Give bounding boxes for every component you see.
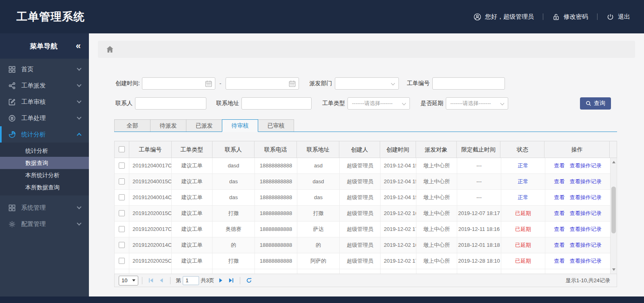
row-checkbox[interactable] <box>119 178 125 184</box>
sidebar-item-process[interactable]: 工单处理 <box>0 110 89 126</box>
change-password-button[interactable]: 修改密码 <box>552 13 588 21</box>
tab-to-dispatch[interactable]: 待派发 <box>150 119 186 132</box>
sidebar-item-home[interactable]: 首页 <box>0 61 89 77</box>
tab-to-review[interactable]: 待审核 <box>222 119 258 132</box>
row-checkbox[interactable] <box>119 226 125 232</box>
cell-address: 打撒 <box>297 206 340 221</box>
first-page-icon[interactable] <box>148 277 154 283</box>
row-checkbox[interactable] <box>119 162 125 169</box>
select-all-checkbox[interactable] <box>119 146 125 152</box>
sidebar-header: 菜单导航 « <box>0 33 89 59</box>
view-log-link[interactable]: 查看操作记录 <box>570 258 602 264</box>
sidebar-item-system[interactable]: 系统管理 <box>0 200 89 216</box>
view-log-link[interactable]: 查看操作记录 <box>570 194 602 200</box>
sidebar-item-review[interactable]: 工单审核 <box>0 94 89 110</box>
chevron-down-icon <box>77 99 81 103</box>
sidebar-item-statistics[interactable]: 统计分析 <box>0 126 89 143</box>
last-page-icon[interactable] <box>228 277 234 283</box>
view-log-link[interactable]: 查看操作记录 <box>570 226 602 232</box>
user-greeting[interactable]: 您好，超级管理员 <box>474 13 534 21</box>
order-type-select[interactable]: -------请选择------- <box>347 97 410 110</box>
cell-target: 墩上中心所 <box>416 222 457 237</box>
address-label: 联系地址 <box>216 100 239 107</box>
address-input[interactable] <box>241 97 312 110</box>
cell-target: 墩上中心所 <box>416 206 457 221</box>
view-link[interactable]: 查看 <box>554 258 564 264</box>
table-row: 201912020025C 建议工单 打撒 18888888888 阿萨的 超级… <box>115 253 611 269</box>
date-end-input[interactable] <box>226 77 299 90</box>
submenu-item-local-statistics[interactable]: 本所统计分析 <box>0 169 89 181</box>
status-badge: 正常 <box>518 194 529 200</box>
cell-creator: 超级管理员 <box>340 237 381 253</box>
cell-order-type: 建议工单 <box>172 222 212 237</box>
page-size-select[interactable]: 10 <box>119 276 138 285</box>
view-link[interactable]: 查看 <box>554 226 564 232</box>
tab-dispatched[interactable]: 已派发 <box>186 119 222 132</box>
view-link[interactable]: 查看 <box>554 194 564 200</box>
view-link[interactable]: 查看 <box>554 242 564 248</box>
view-log-link[interactable]: 查看操作记录 <box>570 242 602 248</box>
sidebar-item-dispatch[interactable]: 工单派发 <box>0 77 89 94</box>
dispatch-dept-label: 派发部门 <box>310 80 332 87</box>
header-divider <box>543 13 543 20</box>
prev-page-icon[interactable] <box>158 277 164 283</box>
submenu-item-statistics[interactable]: 统计分析 <box>0 145 89 157</box>
view-link[interactable]: 查看 <box>554 162 564 169</box>
logout-button[interactable]: 退出 <box>606 13 630 21</box>
cell-creator: 超级管理员 <box>340 253 381 269</box>
scroll-down-icon[interactable] <box>611 266 617 273</box>
view-log-link[interactable]: 查看操作记录 <box>570 162 602 169</box>
row-checkbox[interactable] <box>119 210 125 216</box>
table-row: 201912040017C 建议工单 dasd 18888888888 asd … <box>115 158 611 174</box>
view-log-link[interactable]: 查看操作记录 <box>570 210 602 216</box>
pager-divider <box>142 277 142 284</box>
home-icon[interactable] <box>106 46 114 53</box>
view-link[interactable]: 查看 <box>554 178 564 184</box>
view-link[interactable]: 查看 <box>554 210 564 216</box>
status-badge: 已延期 <box>515 210 531 216</box>
submenu-item-local-data-query[interactable]: 本所数据查询 <box>0 181 89 193</box>
sidebar-item-config[interactable]: 配置管理 <box>0 216 89 232</box>
cell-address: 萨达 <box>297 222 340 237</box>
record-summary: 显示1-10,共24记录 <box>566 277 610 284</box>
scrollbar-thumb[interactable] <box>611 187 616 233</box>
modules-icon <box>8 204 16 212</box>
pie-chart-icon <box>8 131 16 138</box>
contact-label: 联系人 <box>115 100 133 107</box>
view-log-link[interactable]: 查看操作记录 <box>570 178 602 184</box>
tab-all[interactable]: 全部 <box>114 119 150 132</box>
col-creator: 创建人 <box>339 141 380 158</box>
order-type-label: 工单类型 <box>322 100 345 107</box>
grid-icon <box>8 66 16 73</box>
page-number-input[interactable] <box>183 276 199 285</box>
status-tabs: 全部 待派发 已派发 待审核 已审核 <box>114 119 617 132</box>
row-checkbox[interactable] <box>119 258 125 264</box>
cell-created: 2019-12-04 15 <box>381 158 416 173</box>
power-icon <box>606 13 614 21</box>
cell-created: 2019-12-02 16 <box>381 237 416 253</box>
dispatch-dept-select[interactable] <box>335 77 399 90</box>
table-row: 201912020017C 建议工单 奥德赛 18888888888 萨达 超级… <box>115 222 611 237</box>
cell-phone: 18888888888 <box>255 237 297 253</box>
delay-select[interactable]: -------请选择------- <box>446 97 508 110</box>
row-checkbox[interactable] <box>119 242 125 248</box>
work-order-table: 工单编号 工单类型 联系人 联系电话 联系地址 创建人 创建时间 派发对象 限定… <box>114 141 617 274</box>
scroll-up-icon[interactable] <box>611 159 617 165</box>
query-button[interactable]: 查询 <box>580 97 611 110</box>
contact-input[interactable] <box>135 97 206 110</box>
collapse-sidebar-icon[interactable]: « <box>76 42 81 50</box>
table-scrollbar[interactable] <box>610 158 617 274</box>
date-start-input[interactable] <box>142 77 215 90</box>
cell-address: 的 <box>297 237 340 253</box>
order-no-input[interactable] <box>432 77 505 90</box>
refresh-icon[interactable] <box>246 277 252 283</box>
table-row: 201912040015C 建议工单 das 18888888888 dasd … <box>115 174 611 190</box>
sidebar-item-label: 首页 <box>21 66 77 73</box>
tab-reviewed[interactable]: 已审核 <box>258 119 294 132</box>
row-checkbox[interactable] <box>119 194 125 200</box>
col-address: 联系地址 <box>297 141 339 158</box>
next-page-icon[interactable] <box>218 277 224 283</box>
date-range-separator: - <box>219 80 221 87</box>
submenu-item-data-query[interactable]: 数据查询 <box>0 157 89 169</box>
chevron-down-icon <box>391 81 395 86</box>
